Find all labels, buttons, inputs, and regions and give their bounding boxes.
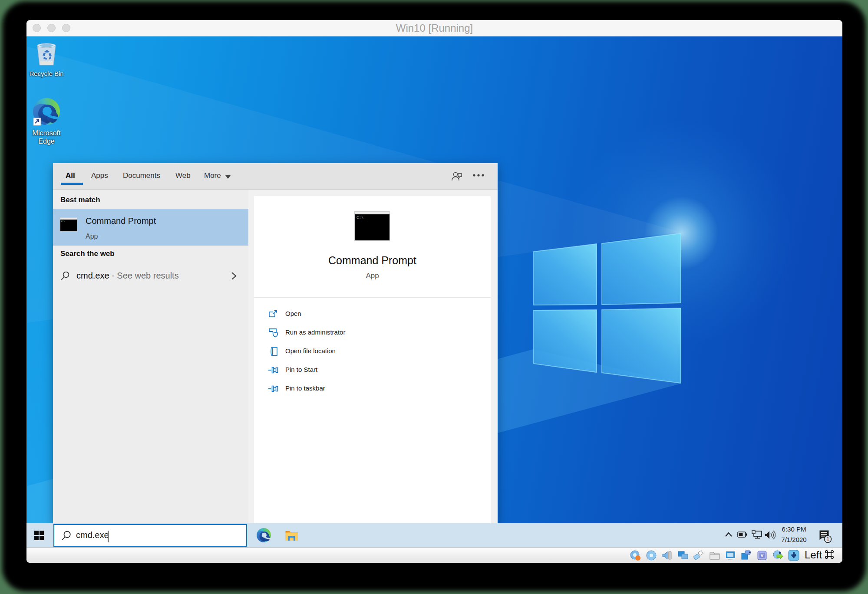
- svg-text:1: 1: [826, 536, 829, 542]
- svg-text:V: V: [760, 553, 764, 558]
